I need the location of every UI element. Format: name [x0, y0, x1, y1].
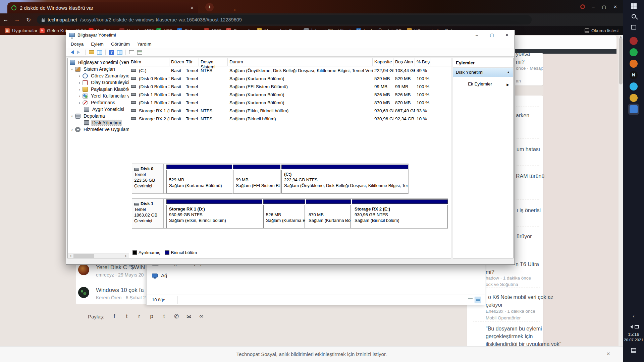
help-icon[interactable]: ? [108, 49, 115, 56]
system-tray[interactable] [623, 324, 644, 330]
folder-icon[interactable] [88, 49, 95, 56]
horizontal-scrollbar[interactable]: ◂ ▸ [68, 253, 129, 258]
more-actions-item[interactable]: Ek Eylemler ▶ [453, 80, 513, 88]
sidebar-text-fragment[interactable]: arken [516, 113, 529, 119]
column-header[interactable]: Durum [228, 58, 373, 66]
email-icon[interactable]: ✉ [186, 313, 192, 320]
lock-icon[interactable] [42, 19, 45, 22]
tree-expander-icon[interactable] [76, 87, 83, 92]
column-header[interactable]: % Boş [415, 58, 430, 66]
pinned-app-5[interactable] [630, 82, 638, 90]
title-bar[interactable]: Bilgisayar Yönetimi – ▢ ✕ [66, 30, 515, 40]
minimize-button[interactable]: – [469, 30, 484, 40]
address-bar[interactable]: technopat.net/sosyal/konu/2-diskde-de-wi… [37, 15, 532, 24]
partition[interactable]: 529 MB Sağlam (Kurtarma Bölümü) [166, 165, 232, 193]
scroll-left-icon[interactable]: ◂ [68, 253, 73, 258]
column-header[interactable]: Kapasite [373, 58, 393, 66]
facebook-icon[interactable]: f [111, 313, 117, 320]
search-button[interactable] [623, 14, 644, 18]
tab-strip-icon[interactable] [580, 4, 585, 9]
tree-expander-icon[interactable] [70, 66, 75, 72]
tree-item[interactable]: Aygıt Yöneticisi [68, 106, 129, 113]
column-header[interactable]: Boş Alan [393, 58, 415, 66]
volume-row[interactable]: (Disk 1 Bölüm 3) Basit Temel Sağlam (Kur… [129, 99, 451, 107]
pinned-app-3[interactable] [630, 60, 638, 68]
disk-1-label[interactable]: Disk 1 Temel 1863,02 GB Çevrimiçi [132, 199, 164, 228]
browser-maximize-button[interactable]: ▢ [602, 4, 606, 9]
volume-row[interactable]: (Disk 1 Bölüm 2) Basit Temel Sağlam (Kur… [129, 90, 451, 99]
menu-item[interactable]: Görünüm [107, 42, 133, 47]
sidebar-text-fragment[interactable]: gerçekleştirmek için [486, 334, 533, 340]
menu-item[interactable]: Yardım [133, 42, 155, 47]
sidebar-text-fragment[interactable]: "Bu dosyanın bu eylemi [486, 326, 542, 332]
taskbar-active-app[interactable] [630, 105, 638, 113]
tree-expander-icon[interactable] [76, 94, 83, 99]
sidebar-text-fragment[interactable]: o K6 Note mobil veri çok az [488, 294, 553, 300]
disk-0-label[interactable]: Disk 0 Temel 223,56 GB Çevrimiçi [132, 164, 164, 193]
show-hidden-icons-button[interactable]: ‹ [623, 313, 644, 319]
notification-close-icon[interactable]: ✕ [606, 351, 610, 357]
sidebar-text-fragment[interactable]: çekiyor [486, 302, 503, 308]
browser-tab[interactable]: 2 diskde de Windows klasörü var ✕ [7, 2, 198, 13]
clock-date[interactable]: 20.07.2021 [623, 338, 644, 342]
column-header[interactable]: Tür [184, 58, 199, 66]
new-tab-button[interactable]: + [205, 3, 214, 11]
sidebar-text-fragment[interactable]: yoksa [516, 51, 530, 57]
volume-row[interactable]: (Disk 0 Bölüm 1) Basit Temel Sağlam (Kur… [129, 74, 451, 82]
partition[interactable]: Storage RX 1 (D:) 930,69 GB NTFS Sağlam … [166, 199, 262, 228]
tree-item[interactable]: Performans [68, 99, 129, 106]
show-action-pane-icon[interactable] [116, 49, 123, 56]
reload-icon[interactable]: ↻ [23, 16, 34, 23]
tree-item[interactable]: Olay Görüntüleyicisi [68, 79, 129, 86]
popup-icon[interactable] [128, 49, 135, 56]
task-view-button[interactable] [623, 25, 644, 29]
tree-expander-icon[interactable] [69, 127, 75, 132]
partition[interactable]: 526 MB Sağlam (Kurtarma Böl [263, 199, 305, 228]
sidebar-text-fragment[interactable]: RAM türünü [516, 173, 544, 179]
sidebar-text-fragment[interactable]: um hatası [517, 146, 540, 153]
reddit-icon[interactable]: r [136, 313, 142, 320]
pinned-app-6[interactable] [630, 94, 638, 102]
scrollbar-thumb[interactable] [619, 38, 623, 84]
tree-expander-icon[interactable] [76, 100, 83, 105]
tree-expander-icon[interactable] [76, 73, 83, 78]
tree-item[interactable]: Bilgisayar Yönetimi (Yerel) [68, 59, 129, 66]
sidebar-text-fragment[interactable]: mi? [486, 269, 494, 275]
reading-list-button[interactable]: Okuma listesi [585, 26, 619, 35]
tree-item[interactable]: Disk Yönetimi [68, 119, 129, 126]
browser-close-button[interactable]: ✕ [613, 4, 617, 9]
scrollbar-thumb[interactable] [73, 254, 94, 258]
sidebar-text-fragment[interactable]: ock ve Soğutma [486, 282, 518, 287]
volume-icon[interactable] [629, 325, 633, 328]
tree-item[interactable]: Görev Zamanlayıcı [68, 72, 129, 79]
start-button[interactable] [623, 3, 644, 9]
menu-item[interactable]: Dosya [67, 42, 87, 47]
forward-icon[interactable]: → [11, 16, 23, 23]
properties-list-icon[interactable] [137, 49, 143, 56]
pinned-app-1[interactable] [630, 37, 638, 45]
sidebar-text-fragment[interactable]: an [516, 78, 521, 83]
collapse-icon[interactable]: ▲ [507, 70, 510, 74]
show-console-tree-icon[interactable] [96, 49, 103, 56]
partition[interactable]: 870 MB Sağlam (Kurtarma Bölün [306, 199, 351, 228]
volume-row[interactable]: Storage RX 1 (D:) Basit Temel NTFS Sağla… [129, 107, 451, 115]
partition[interactable]: Storage RX 2 (E:) 930,96 GB NTFS Sağlam … [352, 199, 448, 228]
partition[interactable]: 99 MB Sağlam (EFI Sistem Bölü [233, 165, 280, 193]
menu-item[interactable]: Eylem [87, 42, 107, 47]
actions-group-disk-management[interactable]: Disk Yönetimi ▲ [453, 68, 513, 77]
volume-row[interactable]: Storage RX 2 (E:) Basit Temel NTFS Sağla… [129, 115, 451, 123]
volume-row[interactable]: (Disk 0 Bölüm 2) Basit Temel Sağlam (EFI… [129, 82, 451, 90]
action-center-button[interactable] [623, 348, 644, 354]
thread-title[interactable]: Yerel Disk C "$WIN [96, 264, 145, 271]
thumbnails-view-icon[interactable] [475, 297, 481, 303]
avatar[interactable] [78, 264, 89, 275]
thread-title[interactable]: Windows 10 çok fa [96, 287, 144, 294]
explorer-item-network[interactable]: Ağ [152, 273, 167, 278]
display-icon[interactable] [635, 325, 639, 328]
scroll-right-icon[interactable]: ▸ [123, 253, 129, 258]
column-header[interactable]: Birim [129, 58, 169, 66]
pinned-app-netflix[interactable]: N [630, 71, 638, 79]
forward-icon[interactable] [76, 49, 83, 56]
sidebar-text-fragment[interactable]: Enes28x · 1 dakika önce [486, 309, 535, 314]
maximize-button[interactable]: ▢ [484, 30, 499, 40]
